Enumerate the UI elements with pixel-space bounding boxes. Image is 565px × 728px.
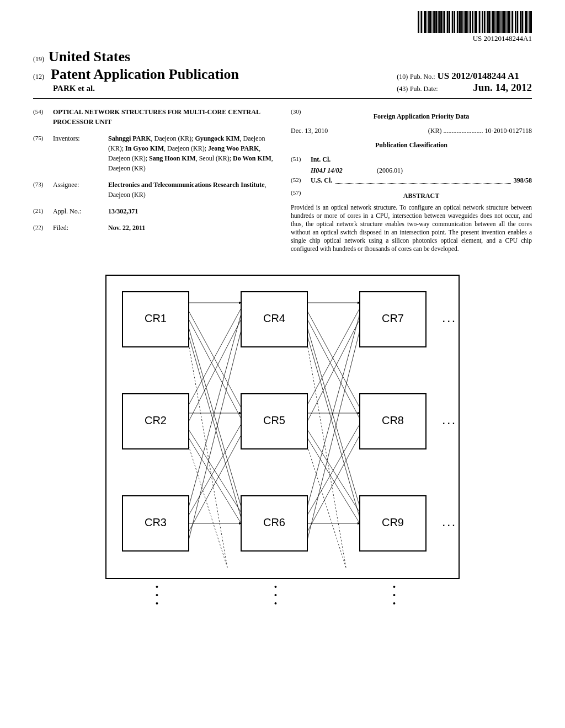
prefix-10: (10) (397, 73, 408, 81)
svg-line-26 (307, 311, 360, 408)
header-right: (10) Pub. No.: US 2012/0148244 A1 (43) P… (397, 71, 532, 94)
svg-line-33 (307, 430, 360, 512)
divider (33, 98, 532, 99)
code-22: (22) (33, 223, 53, 233)
svg-line-43 (307, 446, 346, 568)
ellipsis-r1: . . . (443, 314, 455, 324)
svg-line-11 (189, 311, 241, 408)
svg-line-20 (189, 314, 241, 507)
svg-line-18 (189, 430, 241, 512)
assignee-loc: Daejeon (KR) (108, 191, 146, 199)
core-cr7: CR7 (382, 312, 404, 324)
pub-class-title: Publication Classification (291, 140, 532, 150)
priority-country: (KR) (428, 127, 442, 135)
code-52: (52) (291, 175, 311, 185)
svg-line-38 (307, 435, 360, 532)
us-cl-label: U.S. Cl. (311, 175, 332, 185)
prefix-12: (12) (33, 73, 44, 81)
core-cr1: CR1 (145, 312, 167, 324)
priority-dots: ........................ (443, 127, 483, 135)
int-cl-date: (2006.01) (377, 165, 403, 175)
publication-title: Patent Application Publication (51, 66, 239, 82)
svg-line-40 (189, 344, 227, 568)
svg-line-36 (307, 424, 360, 515)
core-cr2: CR2 (145, 414, 167, 426)
barcode-text: US 20120148244A1 (418, 34, 532, 43)
assignee-value: Electronics and Telecommunications Resea… (108, 180, 274, 200)
vdot-c3-2: • (393, 591, 396, 599)
pub-date-label: Pub. Date: (410, 85, 438, 93)
appl-no: 13/302,371 (108, 206, 274, 216)
int-cl-code: H04J 14/02 (311, 165, 377, 175)
ellipsis-r3: . . . (443, 518, 455, 528)
assignee-name: Electronics and Telecommunications Resea… (108, 181, 265, 189)
left-column: (54) OPTICAL NETWORK STRUCTURES FOR MULT… (33, 107, 274, 253)
code-21: (21) (33, 206, 53, 216)
core-cr5: CR5 (263, 414, 285, 426)
code-51: (51) (291, 154, 311, 164)
priority-date: Dec. 13, 2010 (291, 126, 328, 136)
svg-line-35 (307, 314, 360, 507)
code-57: (57) (291, 188, 311, 204)
prefix-43: (43) (397, 85, 408, 93)
filed-date: Nov. 22, 2011 (108, 223, 274, 233)
svg-line-24 (189, 330, 241, 540)
foreign-priority-title: Foreign Application Priority Data (311, 111, 532, 121)
core-cr3: CR3 (145, 516, 167, 528)
barcode-bars (418, 11, 532, 33)
appl-label: Appl. No.: (53, 206, 108, 216)
inventors-label: Inventors: (53, 133, 108, 173)
pub-no-value: US 2012/0148244 A1 (437, 71, 519, 81)
header: (19) United States (12) Patent Applicati… (33, 49, 532, 94)
core-cr4: CR4 (263, 312, 285, 324)
svg-line-28 (307, 328, 360, 507)
us-cl-dots (335, 175, 510, 184)
svg-line-39 (307, 330, 360, 540)
priority-row: Dec. 13, 2010 (KR) .....................… (291, 126, 532, 136)
svg-line-41 (189, 446, 227, 568)
content-columns: (54) OPTICAL NETWORK STRUCTURES FOR MULT… (33, 107, 532, 253)
priority-no: 10-2010-0127118 (484, 127, 532, 135)
vdot-c1-2: • (156, 591, 158, 599)
core-cr9: CR9 (382, 516, 404, 528)
inventors-list: Sahnggi PARK, Daejeon (KR); Gyungock KIM… (108, 133, 274, 173)
code-54: (54) (33, 107, 53, 127)
code-73: (73) (33, 180, 53, 200)
core-cr6: CR6 (263, 516, 285, 528)
barcode: US 20120148244A1 (418, 11, 532, 43)
right-column: (30) Foreign Application Priority Data D… (291, 107, 532, 253)
vdot-c2-2: • (274, 591, 277, 599)
us-cl-value: 398/58 (514, 175, 532, 185)
svg-line-21 (189, 424, 241, 515)
vdot-c2-3: • (274, 599, 277, 608)
invention-title: OPTICAL NETWORK STRUCTURES FOR MULTI-COR… (53, 107, 274, 127)
filed-label: Filed: (53, 223, 108, 233)
vdot-c3-3: • (393, 599, 396, 608)
country: United States (49, 49, 130, 65)
abstract-text: Provided is an optical network structure… (291, 204, 532, 253)
ellipsis-r2: . . . (443, 416, 455, 426)
vdot-c1-3: • (156, 599, 158, 608)
pub-date-value: Jun. 14, 2012 (473, 82, 532, 93)
vdot-c1-1: • (156, 582, 158, 591)
prefix-19: (19) (33, 55, 44, 63)
network-diagram: CR1 CR4 CR7 CR2 CR5 CR8 CR3 CR6 CR9 (89, 270, 476, 612)
vdot-c3-1: • (393, 582, 396, 591)
core-cr8: CR8 (382, 414, 404, 426)
assignee-label: Assignee: (53, 180, 108, 200)
pub-no-label: Pub. No.: (410, 73, 435, 81)
authors: PARK et al. (53, 84, 239, 93)
svg-line-29 (307, 336, 360, 518)
abstract-label: ABSTRACT (311, 191, 532, 201)
svg-line-23 (189, 435, 241, 532)
header-left: (12) Patent Application Publication PARK… (33, 66, 239, 93)
barcode-section: US 20120148244A1 (33, 11, 532, 43)
svg-line-14 (189, 336, 241, 518)
code-75: (75) (33, 133, 53, 173)
svg-line-13 (189, 328, 241, 507)
int-cl-label: Int. Cl. (311, 154, 331, 164)
vdot-c2-1: • (274, 582, 277, 591)
code-30: (30) (291, 107, 311, 126)
svg-line-42 (307, 344, 346, 568)
figure-section: CR1 CR4 CR7 CR2 CR5 CR8 CR3 CR6 CR9 (33, 270, 532, 614)
